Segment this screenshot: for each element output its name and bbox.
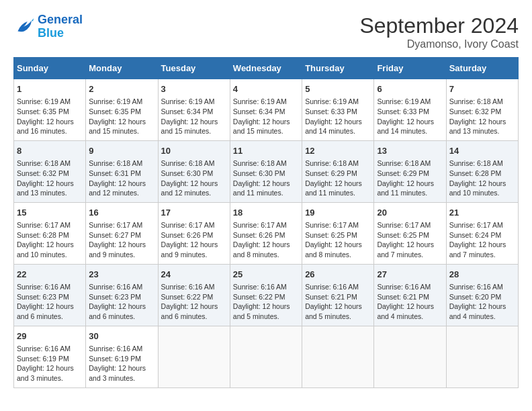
daylight-label: Daylight: 12 hours	[161, 240, 218, 248]
day-number: 24	[161, 269, 227, 281]
day-number: 3	[161, 83, 227, 95]
daylight-minutes: and 3 minutes.	[17, 374, 63, 382]
sunrise-label: Sunrise: 6:18 AM	[161, 159, 215, 167]
day-number: 5	[305, 83, 371, 95]
day-number: 9	[89, 145, 154, 157]
sunset-label: Sunset: 6:30 PM	[161, 169, 214, 177]
day-number: 21	[449, 207, 515, 219]
day-cell: 17 Sunrise: 6:17 AM Sunset: 6:26 PM Dayl…	[158, 202, 230, 264]
daylight-label: Daylight: 12 hours	[449, 240, 506, 248]
day-number: 15	[17, 207, 83, 219]
day-cell: 26 Sunrise: 6:16 AM Sunset: 6:21 PM Dayl…	[302, 264, 374, 326]
day-number: 11	[233, 145, 299, 157]
daylight-minutes: and 11 minutes.	[305, 189, 355, 197]
sunrise-label: Sunrise: 6:18 AM	[377, 159, 431, 167]
daylight-minutes: and 6 minutes.	[161, 312, 208, 320]
sunset-label: Sunset: 6:35 PM	[89, 107, 141, 116]
daylight-minutes: and 12 minutes.	[89, 189, 139, 197]
sunset-label: Sunset: 6:34 PM	[161, 107, 214, 116]
daylight-label: Daylight: 12 hours	[17, 118, 74, 126]
sunrise-label: Sunrise: 6:19 AM	[233, 97, 287, 105]
daylight-label: Daylight: 12 hours	[305, 118, 362, 126]
day-number: 29	[17, 330, 83, 342]
day-cell: 7 Sunrise: 6:18 AM Sunset: 6:32 PM Dayli…	[446, 79, 518, 141]
sunrise-label: Sunrise: 6:16 AM	[17, 345, 71, 353]
sunrise-label: Sunrise: 6:17 AM	[305, 221, 359, 229]
day-cell	[446, 326, 518, 387]
header-day-monday: Monday	[86, 58, 158, 79]
sunset-label: Sunset: 6:30 PM	[233, 169, 285, 177]
sunset-label: Sunset: 6:19 PM	[17, 355, 69, 363]
day-cell: 1 Sunrise: 6:19 AM Sunset: 6:35 PM Dayli…	[14, 79, 86, 141]
day-number: 4	[233, 83, 299, 95]
daylight-minutes: and 10 minutes.	[449, 189, 500, 197]
day-number: 25	[233, 269, 299, 281]
daylight-minutes: and 4 minutes.	[449, 312, 496, 320]
daylight-minutes: and 15 minutes.	[89, 127, 139, 135]
daylight-minutes: and 11 minutes.	[377, 189, 427, 197]
day-number: 10	[161, 145, 227, 157]
daylight-label: Daylight: 12 hours	[233, 302, 290, 310]
day-cell: 23 Sunrise: 6:16 AM Sunset: 6:23 PM Dayl…	[86, 264, 158, 326]
sunrise-label: Sunrise: 6:16 AM	[233, 283, 287, 291]
daylight-minutes: and 15 minutes.	[233, 127, 283, 135]
day-number: 18	[233, 207, 299, 219]
day-number: 16	[89, 207, 154, 219]
day-cell: 21 Sunrise: 6:17 AM Sunset: 6:24 PM Dayl…	[446, 202, 518, 264]
sunset-label: Sunset: 6:26 PM	[161, 231, 214, 239]
title-area: September 2024 Dyamonso, Ivory Coast	[359, 13, 519, 50]
daylight-label: Daylight: 12 hours	[377, 302, 434, 310]
sunrise-label: Sunrise: 6:19 AM	[17, 97, 71, 105]
sunrise-label: Sunrise: 6:18 AM	[233, 159, 287, 167]
day-cell: 25 Sunrise: 6:16 AM Sunset: 6:22 PM Dayl…	[230, 264, 302, 326]
daylight-label: Daylight: 12 hours	[377, 240, 434, 248]
header-day-sunday: Sunday	[14, 58, 86, 79]
sunset-label: Sunset: 6:29 PM	[377, 169, 429, 177]
daylight-minutes: and 14 minutes.	[305, 127, 355, 135]
day-cell: 13 Sunrise: 6:18 AM Sunset: 6:29 PM Dayl…	[374, 140, 446, 202]
logo: General Blue	[13, 13, 83, 40]
day-number: 23	[89, 269, 154, 281]
day-number: 28	[449, 269, 515, 281]
sunset-label: Sunset: 6:25 PM	[377, 231, 429, 239]
day-number: 8	[17, 145, 83, 157]
day-cell: 30 Sunrise: 6:16 AM Sunset: 6:19 PM Dayl…	[86, 326, 158, 387]
day-number: 6	[377, 83, 443, 95]
sunrise-label: Sunrise: 6:17 AM	[377, 221, 431, 229]
daylight-label: Daylight: 12 hours	[377, 118, 434, 126]
sunset-label: Sunset: 6:34 PM	[233, 107, 285, 116]
daylight-minutes: and 5 minutes.	[305, 312, 351, 320]
day-cell: 15 Sunrise: 6:17 AM Sunset: 6:28 PM Dayl…	[14, 202, 86, 264]
day-cell: 12 Sunrise: 6:18 AM Sunset: 6:29 PM Dayl…	[302, 140, 374, 202]
day-cell: 6 Sunrise: 6:19 AM Sunset: 6:33 PM Dayli…	[374, 79, 446, 141]
sunset-label: Sunset: 6:28 PM	[449, 169, 502, 177]
sunrise-label: Sunrise: 6:16 AM	[89, 345, 142, 353]
day-number: 12	[305, 145, 371, 157]
day-cell: 2 Sunrise: 6:19 AM Sunset: 6:35 PM Dayli…	[86, 79, 158, 141]
header-day-wednesday: Wednesday	[230, 58, 302, 79]
week-row-2: 8 Sunrise: 6:18 AM Sunset: 6:32 PM Dayli…	[14, 140, 519, 202]
daylight-minutes: and 9 minutes.	[89, 250, 135, 259]
day-cell: 8 Sunrise: 6:18 AM Sunset: 6:32 PM Dayli…	[14, 140, 86, 202]
daylight-label: Daylight: 12 hours	[89, 302, 146, 310]
sunrise-label: Sunrise: 6:19 AM	[377, 97, 431, 105]
calendar-table: SundayMondayTuesdayWednesdayThursdayFrid…	[13, 57, 519, 388]
week-row-5: 29 Sunrise: 6:16 AM Sunset: 6:19 PM Dayl…	[14, 326, 519, 387]
day-number: 22	[17, 269, 83, 281]
week-row-3: 15 Sunrise: 6:17 AM Sunset: 6:28 PM Dayl…	[14, 202, 519, 264]
header-day-saturday: Saturday	[446, 58, 518, 79]
day-number: 17	[161, 207, 227, 219]
sunrise-label: Sunrise: 6:16 AM	[161, 283, 215, 291]
logo-icon	[13, 16, 35, 38]
day-cell: 19 Sunrise: 6:17 AM Sunset: 6:25 PM Dayl…	[302, 202, 374, 264]
daylight-label: Daylight: 12 hours	[17, 179, 74, 187]
day-cell: 29 Sunrise: 6:16 AM Sunset: 6:19 PM Dayl…	[14, 326, 86, 387]
day-cell: 5 Sunrise: 6:19 AM Sunset: 6:33 PM Dayli…	[302, 79, 374, 141]
sunset-label: Sunset: 6:22 PM	[161, 293, 214, 301]
day-cell: 28 Sunrise: 6:16 AM Sunset: 6:20 PM Dayl…	[446, 264, 518, 326]
daylight-label: Daylight: 12 hours	[161, 179, 218, 187]
daylight-minutes: and 3 minutes.	[89, 374, 135, 382]
day-cell	[158, 326, 230, 387]
sunset-label: Sunset: 6:21 PM	[377, 293, 429, 301]
day-number: 27	[377, 269, 443, 281]
